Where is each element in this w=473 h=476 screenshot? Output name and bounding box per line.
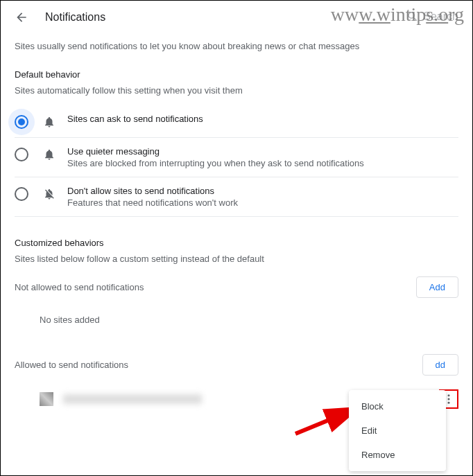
blocked-section-title: Not allowed to send notifications	[15, 282, 144, 292]
svg-point-1	[448, 398, 450, 400]
allowed-section-title: Allowed to send notifications	[15, 360, 128, 370]
option-subtitle: Features that need notifications won't w…	[67, 197, 238, 208]
radio-option-ask[interactable]: Sites can ask to send notifications	[15, 105, 458, 138]
watermark: www.wintips.org	[331, 3, 464, 26]
radio-unselected[interactable]	[15, 187, 28, 201]
svg-point-0	[448, 394, 450, 396]
radio-option-block[interactable]: Don't allow sites to send notifications …	[15, 177, 458, 217]
site-url: hidden site url text	[63, 394, 202, 404]
default-behavior-subtitle: Sites automatically follow this setting …	[15, 85, 458, 96]
bell-off-icon	[42, 187, 56, 201]
back-button[interactable]	[15, 10, 28, 24]
menu-edit[interactable]: Edit	[349, 418, 446, 443]
intro-text: Sites usually send notifications to let …	[15, 41, 458, 51]
option-title: Sites can ask to send notifications	[67, 114, 203, 124]
bell-icon	[42, 148, 56, 161]
add-blocked-button[interactable]: Add	[416, 276, 458, 298]
context-menu: Block Edit Remove	[349, 390, 446, 471]
bell-icon	[42, 115, 56, 129]
blocked-empty-text: No sites added	[15, 305, 458, 335]
custom-behaviors-title: Customized behaviors	[15, 238, 458, 248]
option-subtitle: Sites are blocked from interrupting you …	[67, 158, 364, 168]
menu-block[interactable]: Block	[349, 394, 446, 418]
page-title: Notifications	[45, 11, 105, 24]
radio-option-quieter[interactable]: Use quieter messaging Sites are blocked …	[15, 138, 458, 177]
option-title: Don't allow sites to send notifications	[67, 186, 238, 196]
menu-remove[interactable]: Remove	[349, 443, 446, 467]
radio-selected[interactable]	[15, 115, 28, 129]
site-favicon	[40, 392, 53, 406]
default-behavior-title: Default behavior	[15, 69, 458, 80]
custom-behaviors-subtitle: Sites listed below follow a custom setti…	[15, 254, 458, 264]
svg-point-2	[448, 402, 450, 404]
option-title: Use quieter messaging	[67, 146, 364, 157]
radio-unselected[interactable]	[15, 148, 28, 161]
add-allowed-button[interactable]: dd	[422, 354, 458, 376]
